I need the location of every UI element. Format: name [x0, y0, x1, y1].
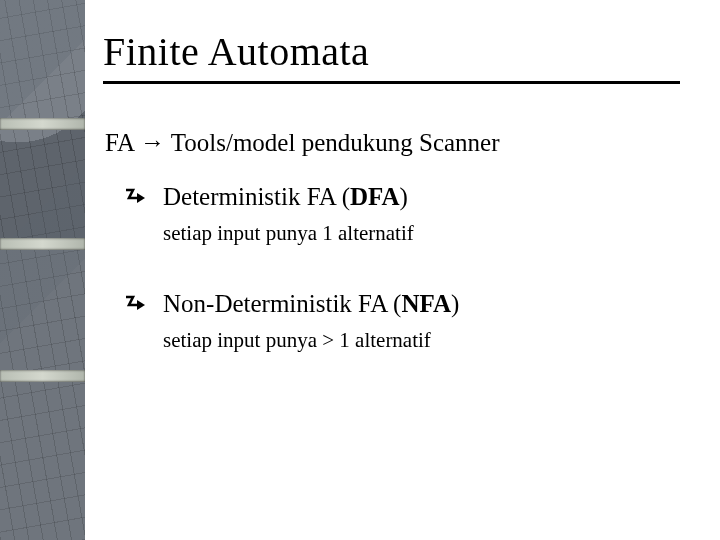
bullet-label: Deterministik FA (DFA) [163, 183, 408, 211]
zigzag-arrow-icon [125, 294, 149, 314]
stone-wall-sidebar [0, 0, 85, 540]
label-bold: NFA [401, 290, 451, 317]
arrow-right-icon: → [140, 128, 165, 156]
bullet-detail: setiap input punya 1 alternatif [163, 221, 680, 246]
intro-line: FA → Tools/model pendukung Scanner [105, 128, 680, 157]
label-post: ) [400, 183, 408, 210]
list-item: Non-Deterministik FA (NFA) [125, 290, 680, 318]
label-pre: Deterministik FA ( [163, 183, 350, 210]
slide-title: Finite Automata [103, 28, 680, 84]
intro-prefix: FA [105, 129, 140, 156]
intro-suffix: Tools/model pendukung Scanner [165, 129, 500, 156]
bullet-detail: setiap input punya > 1 alternatif [163, 328, 680, 353]
zigzag-arrow-icon [125, 187, 149, 207]
bullet-label: Non-Deterministik FA (NFA) [163, 290, 459, 318]
label-pre: Non-Deterministik FA ( [163, 290, 401, 317]
list-item: Deterministik FA (DFA) [125, 183, 680, 211]
label-post: ) [451, 290, 459, 317]
slide-content: Finite Automata FA → Tools/model penduku… [85, 0, 720, 540]
label-bold: DFA [350, 183, 400, 210]
